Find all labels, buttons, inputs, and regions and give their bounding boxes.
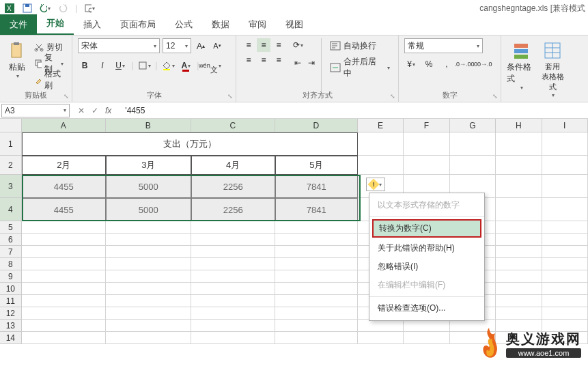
cell[interactable] — [106, 258, 191, 270]
name-box[interactable]: A3▾ — [1, 104, 70, 117]
cell[interactable] — [275, 283, 358, 295]
cell[interactable] — [22, 307, 106, 320]
cell[interactable]: 4455 — [22, 198, 106, 221]
formula-input[interactable]: '4455 — [125, 106, 145, 115]
cell[interactable] — [542, 175, 588, 198]
cell[interactable] — [404, 320, 449, 332]
row-header[interactable]: 12 — [0, 307, 22, 320]
tab-file[interactable]: 文件 — [0, 14, 37, 35]
cell[interactable] — [106, 221, 191, 234]
row-header[interactable]: 14 — [0, 332, 22, 344]
cell[interactable] — [542, 270, 588, 283]
cell[interactable] — [496, 198, 542, 221]
align-right-icon[interactable]: ≡ — [272, 53, 285, 67]
menu-help[interactable]: 关于此错误的帮助(H) — [369, 239, 484, 257]
cell[interactable]: 5000 — [106, 198, 191, 221]
merge-button[interactable]: 合并后居中▾ — [327, 60, 393, 75]
col-header[interactable]: H — [496, 119, 542, 132]
cell[interactable] — [275, 246, 358, 258]
dialog-launcher-icon[interactable]: ⤡ — [390, 93, 397, 100]
cell-title[interactable]: 支出（万元） — [22, 132, 358, 156]
col-header[interactable]: D — [275, 119, 358, 132]
cell[interactable] — [450, 132, 496, 156]
cell[interactable] — [106, 283, 191, 295]
comma-icon[interactable]: , — [440, 57, 453, 71]
cell[interactable] — [275, 270, 358, 283]
cell[interactable] — [191, 307, 275, 320]
tab-view[interactable]: 视图 — [276, 14, 313, 35]
row-header[interactable]: 10 — [0, 283, 22, 295]
cell[interactable]: 4月 — [191, 156, 275, 175]
cell[interactable] — [191, 258, 275, 270]
cell[interactable] — [496, 175, 542, 198]
dialog-launcher-icon[interactable]: ⤡ — [227, 93, 234, 100]
font-size-select[interactable]: 12▾ — [163, 38, 191, 53]
cell[interactable] — [358, 320, 404, 332]
cell[interactable] — [542, 221, 588, 234]
row-header[interactable]: 13 — [0, 320, 22, 332]
font-name-select[interactable]: 宋体▾ — [78, 38, 160, 53]
cell[interactable] — [404, 332, 449, 344]
menu-convert-number[interactable]: 转换为数字(C) — [372, 219, 481, 238]
cell[interactable] — [191, 332, 275, 344]
cell[interactable] — [275, 234, 358, 246]
dialog-launcher-icon[interactable]: ⤡ — [492, 93, 499, 100]
cell[interactable] — [542, 283, 588, 295]
align-top-icon[interactable]: ≡ — [242, 38, 255, 52]
redo-icon[interactable] — [57, 3, 68, 14]
cell[interactable] — [542, 198, 588, 221]
cell[interactable]: 5000 — [106, 175, 191, 198]
cell[interactable] — [496, 234, 542, 246]
confirm-icon[interactable]: ✓ — [92, 106, 98, 115]
col-header[interactable]: C — [191, 119, 275, 132]
cell[interactable]: 3月 — [106, 156, 191, 175]
cancel-icon[interactable]: ✕ — [78, 106, 85, 115]
cell[interactable] — [191, 283, 275, 295]
cell[interactable] — [496, 221, 542, 234]
select-all-corner[interactable] — [0, 119, 22, 132]
cell[interactable] — [496, 258, 542, 270]
cell[interactable] — [358, 332, 404, 344]
cell[interactable] — [22, 283, 106, 295]
cell[interactable] — [191, 320, 275, 332]
menu-error-options[interactable]: 错误检查选项(O)... — [369, 299, 484, 318]
cell[interactable] — [106, 332, 191, 344]
indent-inc-icon[interactable]: ⇥ — [305, 56, 318, 70]
row-header[interactable]: 11 — [0, 295, 22, 307]
cell[interactable] — [106, 307, 191, 320]
bold-button[interactable]: B — [78, 59, 92, 72]
font-color-button[interactable]: A▾ — [179, 59, 193, 72]
cell[interactable] — [22, 246, 106, 258]
cell[interactable] — [22, 320, 106, 332]
fx-icon[interactable]: fx — [105, 106, 111, 115]
row-header[interactable]: 5 — [0, 221, 22, 234]
cell[interactable] — [191, 270, 275, 283]
col-header[interactable]: I — [542, 119, 588, 132]
cell[interactable] — [496, 246, 542, 258]
orientation-icon[interactable]: ⟳▾ — [291, 38, 305, 52]
indent-dec-icon[interactable]: ⇤ — [291, 56, 305, 70]
align-center-icon[interactable]: ≡ — [257, 53, 270, 67]
cell[interactable] — [542, 258, 588, 270]
tab-review[interactable]: 审阅 — [239, 14, 276, 35]
cell[interactable] — [22, 221, 106, 234]
cell[interactable] — [542, 132, 588, 156]
cell[interactable] — [191, 246, 275, 258]
cell[interactable] — [191, 221, 275, 234]
cell[interactable] — [496, 156, 542, 175]
cell[interactable] — [542, 156, 588, 175]
cell[interactable] — [275, 332, 358, 344]
align-bottom-icon[interactable]: ≡ — [272, 38, 285, 52]
increase-decimal-icon[interactable]: .0→.00 — [458, 57, 471, 71]
row-header[interactable]: 6 — [0, 234, 22, 246]
cell[interactable] — [22, 258, 106, 270]
row-header[interactable]: 1 — [0, 132, 22, 156]
percent-icon[interactable]: % — [422, 57, 436, 71]
cell[interactable] — [275, 221, 358, 234]
conditional-format-button[interactable]: 条件格式▾ — [507, 38, 535, 99]
cell[interactable] — [275, 307, 358, 320]
painter-button[interactable]: 格式刷 — [31, 72, 66, 87]
dialog-launcher-icon[interactable]: ⤡ — [64, 93, 70, 100]
tab-layout[interactable]: 页面布局 — [111, 14, 165, 35]
row-header[interactable]: 3 — [0, 175, 22, 198]
